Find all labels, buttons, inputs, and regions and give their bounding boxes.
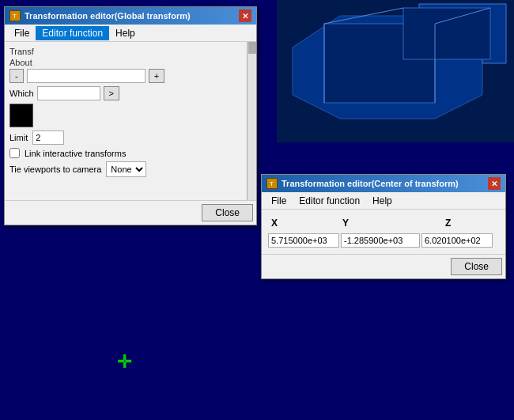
svg-text:T: T [270,180,274,187]
tie-label: Tie viewports to camera [9,165,101,174]
window-title-global: Transformation editor(Global transform) [25,11,191,21]
menu-file-center[interactable]: File [265,194,293,208]
limit-input[interactable] [32,131,64,145]
z-header: Z [442,216,513,230]
close-button-center[interactable]: ✕ [488,177,501,190]
x-header: X [268,216,339,230]
menu-help-center[interactable]: Help [366,194,399,208]
tie-select[interactable]: None [106,161,146,177]
titlebar-center: T Transformation editor(Center of transf… [262,175,505,192]
limit-label: Limit [9,133,28,142]
link-checkbox-row: Link interactive transforms [9,148,242,158]
menu-help-global[interactable]: Help [109,26,142,40]
3d-shape [277,0,514,142]
about-label: About [9,58,32,67]
window-global-transform: T Transformation editor(Global transform… [4,6,257,225]
window-title-center: Transformation editor(Center of transfor… [282,179,459,188]
z-value-input[interactable] [421,233,493,248]
transf-section: Transf [9,47,242,56]
menu-editor-function-global[interactable]: Editor function [36,26,109,40]
which-input[interactable] [37,86,100,100]
transform-input[interactable] [27,69,146,83]
close-button-global[interactable]: ✕ [239,9,251,22]
footer-global: Close [5,200,256,225]
svg-rect-5 [403,8,490,59]
footer-center: Close [262,254,505,278]
menu-editor-function-center[interactable]: Editor function [293,194,366,208]
window-body-global: Transf About - + Which > Limit [5,42,256,200]
coord-values-row [268,233,499,248]
arrow-button[interactable]: > [104,86,119,100]
window-icon-center: T [266,178,278,189]
y-header: Y [339,216,442,230]
window-center-of-transform: T Transformation editor(Center of transf… [261,174,506,279]
minus-button[interactable]: - [9,69,24,83]
link-label: Link interactive transforms [25,149,126,158]
window-content-global: Transf About - + Which > Limit [5,42,247,200]
link-checkbox[interactable] [9,148,20,158]
which-row: Which > [9,86,242,100]
window-icon-global: T [9,10,21,21]
about-section: About [9,58,242,67]
coord-header-row: X Y Z [268,216,499,230]
limit-row: Limit [9,131,242,145]
y-value-input[interactable] [341,233,420,248]
menu-file-global[interactable]: File [8,26,36,40]
which-label: Which [9,89,34,98]
tie-viewports-row: Tie viewports to camera None [9,161,242,177]
plus-button[interactable]: + [149,69,164,83]
scroll-thumb [248,42,256,54]
x-value-input[interactable] [268,233,339,248]
controls-row: - + [9,69,242,83]
move-cursor: ✛ [117,352,131,373]
color-swatch [9,104,33,127]
svg-text:T: T [13,13,17,20]
scrollbar-global[interactable] [247,42,256,200]
titlebar-global: T Transformation editor(Global transform… [5,7,256,25]
close-footer-button-center[interactable]: Close [451,258,502,275]
transf-label: Transf [9,47,34,56]
menubar-center: File Editor function Help [262,192,505,210]
menubar-global: File Editor function Help [5,25,256,42]
window-content-center: X Y Z [262,210,505,254]
close-footer-button-global[interactable]: Close [202,204,253,221]
